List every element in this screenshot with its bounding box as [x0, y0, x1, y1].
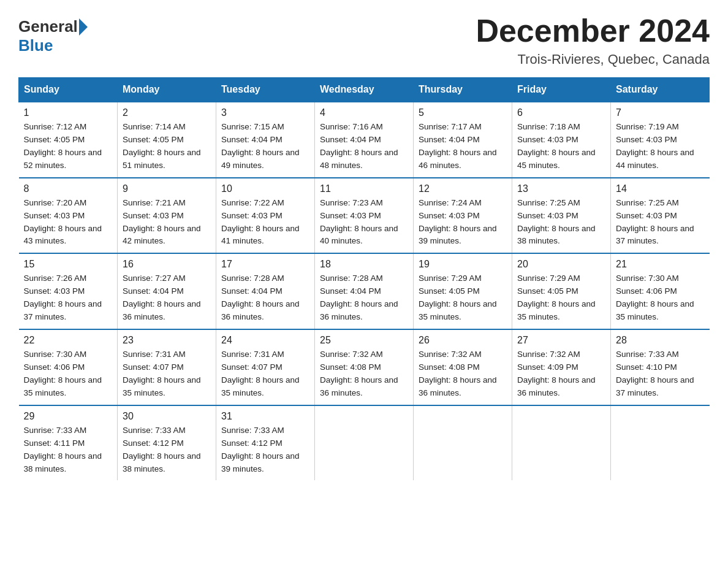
calendar-cell: 18 Sunrise: 7:28 AMSunset: 4:04 PMDaylig… — [315, 253, 414, 329]
day-number: 23 — [123, 335, 211, 346]
day-info: Sunrise: 7:25 AMSunset: 4:03 PMDaylight:… — [517, 197, 605, 248]
calendar-table: SundayMondayTuesdayWednesdayThursdayFrid… — [18, 77, 710, 480]
day-number: 10 — [221, 183, 309, 194]
day-info: Sunrise: 7:33 AMSunset: 4:12 PMDaylight:… — [123, 424, 211, 476]
calendar-cell: 19 Sunrise: 7:29 AMSunset: 4:05 PMDaylig… — [414, 253, 512, 329]
calendar-cell: 8 Sunrise: 7:20 AMSunset: 4:03 PMDayligh… — [19, 178, 118, 254]
day-number: 8 — [24, 183, 113, 194]
calendar-week-row: 15 Sunrise: 7:26 AMSunset: 4:03 PMDaylig… — [19, 253, 710, 329]
logo-triangle-icon — [79, 18, 88, 36]
title-block: December 2024 Trois-Rivieres, Quebec, Ca… — [476, 12, 710, 67]
day-number: 22 — [24, 335, 113, 346]
day-info: Sunrise: 7:23 AMSunset: 4:03 PMDaylight:… — [320, 197, 408, 248]
day-info: Sunrise: 7:31 AMSunset: 4:07 PMDaylight:… — [221, 348, 309, 400]
day-number: 29 — [24, 411, 113, 422]
calendar-week-row: 29 Sunrise: 7:33 AMSunset: 4:11 PMDaylig… — [19, 405, 710, 481]
calendar-cell: 10 Sunrise: 7:22 AMSunset: 4:03 PMDaylig… — [216, 178, 315, 254]
header-wednesday: Wednesday — [315, 78, 414, 102]
calendar-cell: 23 Sunrise: 7:31 AMSunset: 4:07 PMDaylig… — [118, 329, 216, 405]
day-number: 16 — [123, 259, 211, 270]
calendar-cell: 21 Sunrise: 7:30 AMSunset: 4:06 PMDaylig… — [611, 253, 710, 329]
day-number: 3 — [221, 107, 309, 118]
day-info: Sunrise: 7:17 AMSunset: 4:04 PMDaylight:… — [419, 121, 507, 172]
calendar-cell: 11 Sunrise: 7:23 AMSunset: 4:03 PMDaylig… — [315, 178, 414, 254]
day-number: 15 — [24, 259, 113, 270]
header-monday: Monday — [118, 78, 216, 102]
calendar-cell: 2 Sunrise: 7:14 AMSunset: 4:05 PMDayligh… — [118, 102, 216, 178]
calendar-header-row: SundayMondayTuesdayWednesdayThursdayFrid… — [19, 78, 710, 102]
day-number: 9 — [123, 183, 211, 194]
logo: General Blue — [18, 17, 89, 55]
day-info: Sunrise: 7:31 AMSunset: 4:07 PMDaylight:… — [123, 348, 211, 400]
header-thursday: Thursday — [414, 78, 512, 102]
day-number: 14 — [616, 183, 705, 194]
calendar-cell: 24 Sunrise: 7:31 AMSunset: 4:07 PMDaylig… — [216, 329, 315, 405]
calendar-cell: 22 Sunrise: 7:30 AMSunset: 4:06 PMDaylig… — [19, 329, 118, 405]
day-number: 28 — [616, 335, 705, 346]
day-info: Sunrise: 7:15 AMSunset: 4:04 PMDaylight:… — [221, 121, 309, 172]
day-number: 24 — [221, 335, 309, 346]
calendar-cell: 4 Sunrise: 7:16 AMSunset: 4:04 PMDayligh… — [315, 102, 414, 178]
calendar-cell: 6 Sunrise: 7:18 AMSunset: 4:03 PMDayligh… — [512, 102, 611, 178]
day-info: Sunrise: 7:12 AMSunset: 4:05 PMDaylight:… — [24, 121, 113, 172]
day-number: 20 — [517, 259, 605, 270]
day-info: Sunrise: 7:32 AMSunset: 4:09 PMDaylight:… — [517, 348, 605, 400]
calendar-cell — [315, 405, 414, 481]
day-info: Sunrise: 7:26 AMSunset: 4:03 PMDaylight:… — [24, 272, 113, 324]
day-number: 2 — [123, 107, 211, 118]
day-number: 18 — [320, 259, 408, 270]
logo-general-text: General — [18, 17, 78, 36]
subtitle: Trois-Rivieres, Quebec, Canada — [476, 52, 710, 67]
day-info: Sunrise: 7:28 AMSunset: 4:04 PMDaylight:… — [320, 272, 408, 324]
day-number: 11 — [320, 183, 408, 194]
day-info: Sunrise: 7:33 AMSunset: 4:12 PMDaylight:… — [221, 424, 309, 476]
calendar-cell — [512, 405, 611, 481]
day-number: 27 — [517, 335, 605, 346]
day-number: 1 — [24, 107, 113, 118]
calendar-week-row: 1 Sunrise: 7:12 AMSunset: 4:05 PMDayligh… — [19, 102, 710, 178]
page-header: General Blue December 2024 Trois-Riviere… — [18, 12, 710, 67]
day-number: 7 — [616, 107, 705, 118]
calendar-week-row: 22 Sunrise: 7:30 AMSunset: 4:06 PMDaylig… — [19, 329, 710, 405]
day-number: 13 — [517, 183, 605, 194]
day-number: 4 — [320, 107, 408, 118]
day-info: Sunrise: 7:21 AMSunset: 4:03 PMDaylight:… — [123, 197, 211, 248]
day-info: Sunrise: 7:30 AMSunset: 4:06 PMDaylight:… — [24, 348, 113, 400]
day-info: Sunrise: 7:33 AMSunset: 4:11 PMDaylight:… — [24, 424, 113, 476]
calendar-cell: 20 Sunrise: 7:29 AMSunset: 4:05 PMDaylig… — [512, 253, 611, 329]
calendar-cell: 13 Sunrise: 7:25 AMSunset: 4:03 PMDaylig… — [512, 178, 611, 254]
header-saturday: Saturday — [611, 78, 710, 102]
day-number: 26 — [419, 335, 507, 346]
day-info: Sunrise: 7:25 AMSunset: 4:03 PMDaylight:… — [616, 197, 705, 248]
main-title: December 2024 — [476, 12, 710, 49]
day-info: Sunrise: 7:16 AMSunset: 4:04 PMDaylight:… — [320, 121, 408, 172]
calendar-cell: 31 Sunrise: 7:33 AMSunset: 4:12 PMDaylig… — [216, 405, 315, 481]
header-friday: Friday — [512, 78, 611, 102]
day-info: Sunrise: 7:18 AMSunset: 4:03 PMDaylight:… — [517, 121, 605, 172]
calendar-cell: 5 Sunrise: 7:17 AMSunset: 4:04 PMDayligh… — [414, 102, 512, 178]
calendar-cell — [611, 405, 710, 481]
day-info: Sunrise: 7:24 AMSunset: 4:03 PMDaylight:… — [419, 197, 507, 248]
calendar-cell: 27 Sunrise: 7:32 AMSunset: 4:09 PMDaylig… — [512, 329, 611, 405]
calendar-cell: 12 Sunrise: 7:24 AMSunset: 4:03 PMDaylig… — [414, 178, 512, 254]
calendar-cell: 14 Sunrise: 7:25 AMSunset: 4:03 PMDaylig… — [611, 178, 710, 254]
calendar-cell: 7 Sunrise: 7:19 AMSunset: 4:03 PMDayligh… — [611, 102, 710, 178]
logo-blue-text: Blue — [18, 36, 53, 55]
day-number: 31 — [221, 411, 309, 422]
day-number: 19 — [419, 259, 507, 270]
calendar-cell: 9 Sunrise: 7:21 AMSunset: 4:03 PMDayligh… — [118, 178, 216, 254]
calendar-cell: 30 Sunrise: 7:33 AMSunset: 4:12 PMDaylig… — [118, 405, 216, 481]
header-sunday: Sunday — [19, 78, 118, 102]
day-info: Sunrise: 7:14 AMSunset: 4:05 PMDaylight:… — [123, 121, 211, 172]
header-tuesday: Tuesday — [216, 78, 315, 102]
calendar-cell — [414, 405, 512, 481]
day-info: Sunrise: 7:32 AMSunset: 4:08 PMDaylight:… — [320, 348, 408, 400]
day-info: Sunrise: 7:22 AMSunset: 4:03 PMDaylight:… — [221, 197, 309, 248]
day-number: 12 — [419, 183, 507, 194]
day-info: Sunrise: 7:29 AMSunset: 4:05 PMDaylight:… — [517, 272, 605, 324]
calendar-cell: 16 Sunrise: 7:27 AMSunset: 4:04 PMDaylig… — [118, 253, 216, 329]
day-info: Sunrise: 7:20 AMSunset: 4:03 PMDaylight:… — [24, 197, 113, 248]
calendar-cell: 25 Sunrise: 7:32 AMSunset: 4:08 PMDaylig… — [315, 329, 414, 405]
day-number: 25 — [320, 335, 408, 346]
calendar-cell: 1 Sunrise: 7:12 AMSunset: 4:05 PMDayligh… — [19, 102, 118, 178]
